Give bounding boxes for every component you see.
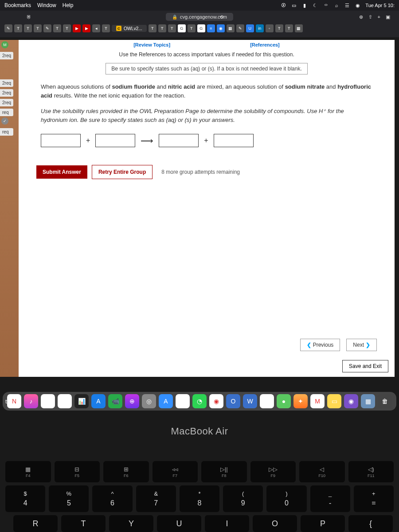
tab-favicon[interactable]: T <box>102 24 110 32</box>
battery-icon[interactable]: ▮ <box>301 2 308 8</box>
dock-music[interactable]: ♪ <box>24 394 38 408</box>
dock-notes[interactable]: ▭ <box>327 394 341 408</box>
dock-whatsapp[interactable]: ◔ <box>192 394 207 408</box>
solubility-hint: Use the solubility rules provided in the… <box>19 107 395 124</box>
dock-outlook[interactable]: O <box>226 394 240 408</box>
tab-favicon[interactable]: ✎ <box>43 24 51 32</box>
downloads-icon[interactable]: ⊕ <box>359 14 363 20</box>
dock-badge[interactable]: ⊕ <box>125 394 139 408</box>
active-tab[interactable]: C OWLv2... <box>112 25 147 32</box>
siri-icon[interactable]: ◉ <box>355 2 361 8</box>
tab-favicon-google[interactable]: G <box>178 24 186 32</box>
previous-button[interactable]: ❮ Previous <box>300 339 340 351</box>
dock-mail[interactable]: A <box>159 394 173 408</box>
menu-window[interactable]: Window <box>37 2 56 8</box>
laptop-model-label: MacBook Air <box>0 426 399 437</box>
tab-favicon[interactable]: T <box>14 24 22 32</box>
sidebar-tab[interactable]: req <box>0 128 13 136</box>
sidebar-tab[interactable]: 2req <box>0 99 13 106</box>
question-text: When aqueous solutions of sodium fluorid… <box>19 82 395 100</box>
tab-favicon[interactable]: T <box>53 24 61 32</box>
tab-favicon[interactable]: T <box>149 24 156 32</box>
plus-symbol: + <box>204 137 208 145</box>
tab-favicon[interactable]: ◉ <box>217 24 225 32</box>
dock-gmail[interactable]: M <box>310 394 325 408</box>
dock-stocks[interactable]: 📊 <box>74 394 89 408</box>
tab-favicon[interactable]: ▦ <box>227 24 235 32</box>
dock-app[interactable]: ✦ <box>293 394 308 408</box>
letter-key: T <box>61 515 106 532</box>
tab-favicon[interactable]: ◦ <box>266 24 274 32</box>
tab-favicon[interactable]: T <box>24 24 32 32</box>
dock-canvas[interactable]: ◉ <box>209 394 223 408</box>
dock-app[interactable]: ● <box>277 394 291 408</box>
apple-tv-icon[interactable]: tv <box>5 398 10 405</box>
tab-favicon[interactable]: T <box>63 24 71 32</box>
dock-calendar[interactable] <box>41 394 55 408</box>
tabs-icon[interactable]: ▣ <box>386 14 390 20</box>
moon-icon[interactable]: ☾ <box>312 2 318 8</box>
dock-appstore[interactable]: A <box>91 394 106 408</box>
dock-safari[interactable]: ◎ <box>142 394 156 408</box>
dock-app[interactable]: ▢ <box>260 394 274 408</box>
letter-key: R <box>13 515 58 532</box>
review-topics-link[interactable]: [Review Topics] <box>133 42 170 47</box>
tab-favicon[interactable]: U <box>246 24 254 32</box>
product-1-input[interactable] <box>159 134 199 147</box>
display-icon[interactable]: ▭ <box>291 2 297 8</box>
sidebar-tab[interactable]: 2req <box>0 52 13 59</box>
product-2-input[interactable] <box>214 134 254 147</box>
dock-facetime[interactable]: 📹 <box>108 394 122 408</box>
tab-favicon[interactable]: ✎ <box>236 24 244 32</box>
menu-help[interactable]: Help <box>63 2 74 8</box>
reactant-1-input[interactable] <box>41 134 81 147</box>
fn-key: ▷||F8 <box>201 461 247 482</box>
sidebar-tab[interactable]: req <box>0 109 13 116</box>
dock-word[interactable]: W <box>243 394 257 408</box>
tab-favicon-youtube[interactable]: ▶ <box>73 24 81 32</box>
reader-icon[interactable]: ⟲ <box>219 14 223 20</box>
control-center-icon[interactable]: ☰ <box>344 2 350 8</box>
sidebar-tab[interactable]: 2req <box>0 79 13 87</box>
sidebar-badge[interactable]: M <box>1 41 8 48</box>
retry-group-button[interactable]: Retry Entire Group <box>92 165 153 179</box>
next-button[interactable]: Next ❯ <box>346 339 377 351</box>
macos-dock: tv N ♪ 🎙 📊 A 📹 ⊕ ◎ A ☰ ◔ ◉ O W ▢ ● ✦ M ▭… <box>0 390 399 412</box>
references-link[interactable]: [References] <box>250 42 280 47</box>
tab-favicon-google[interactable]: G <box>197 24 205 32</box>
dock-podcasts2[interactable]: ◉ <box>344 394 358 408</box>
keyboard-letter-row: RTYUIOP{ <box>13 515 399 532</box>
search-icon[interactable]: ⌕ <box>333 2 340 8</box>
tab-favicon[interactable]: ✎ <box>4 24 12 32</box>
tab-favicon[interactable]: ▦ <box>295 24 303 32</box>
tab-favicon[interactable]: T <box>188 24 196 32</box>
tab-favicon[interactable]: T <box>158 24 166 32</box>
tab-favicon[interactable]: ≡ <box>207 24 215 32</box>
privacy-shield-icon[interactable]: ⛨ <box>27 14 31 20</box>
menubar-datetime[interactable]: Tue Apr 5 10: <box>365 3 395 8</box>
hint-box: Be sure to specify states such as (aq) o… <box>106 63 308 74</box>
new-tab-icon[interactable]: + <box>378 14 380 20</box>
dock-trash[interactable]: 🗑 <box>378 394 392 408</box>
reactant-2-input[interactable] <box>95 134 135 147</box>
tab-favicon[interactable]: T <box>275 24 283 32</box>
tab-favicon[interactable]: T <box>34 24 42 32</box>
letter-key: O <box>253 515 297 532</box>
dock-preview[interactable]: ▦ <box>361 394 375 408</box>
tab-favicon[interactable]: T <box>168 24 176 32</box>
save-and-exit-button[interactable]: Save and Exit <box>342 360 388 372</box>
sidebar-badge[interactable]: ✓ <box>1 117 8 125</box>
dock-reminders[interactable]: ☰ <box>176 394 190 408</box>
record-icon[interactable]: ⦿ <box>280 2 286 8</box>
menu-bookmarks[interactable]: Bookmarks <box>4 2 31 8</box>
share-icon[interactable]: ⇧ <box>368 14 372 20</box>
submit-answer-button[interactable]: Submit Answer <box>36 165 87 179</box>
tab-favicon[interactable]: T <box>285 24 293 32</box>
tab-favicon-linkedin[interactable]: in <box>256 24 264 32</box>
sidebar-tab[interactable]: 2req <box>0 89 13 97</box>
wifi-icon[interactable]: ⌔ <box>323 2 329 8</box>
instruction-text: Use the References to access important v… <box>19 50 395 63</box>
tab-favicon-youtube[interactable]: ▶ <box>82 24 90 32</box>
tab-favicon[interactable]: ◂ <box>92 24 100 32</box>
dock-podcasts[interactable]: 🎙 <box>58 394 72 408</box>
